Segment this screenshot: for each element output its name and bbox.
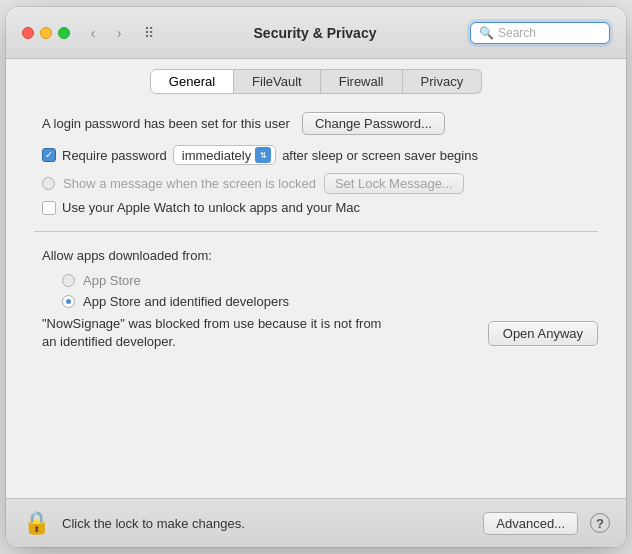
- titlebar: ‹ › ⠿ Security & Privacy 🔍: [6, 7, 626, 59]
- blocked-app-row: "NowSignage" was blocked from use becaus…: [34, 315, 598, 351]
- close-button[interactable]: [22, 27, 34, 39]
- require-password-label: Require password: [62, 148, 167, 163]
- show-message-row: Show a message when the screen is locked…: [34, 173, 598, 194]
- show-message-radio[interactable]: [42, 177, 55, 190]
- lock-button[interactable]: 🔒: [22, 509, 50, 537]
- open-anyway-button[interactable]: Open Anyway: [488, 321, 598, 346]
- allow-section-title: Allow apps downloaded from:: [34, 248, 598, 263]
- tab-filevault[interactable]: FileVault: [234, 69, 321, 94]
- app-store-identified-radio[interactable]: [62, 295, 75, 308]
- security-privacy-window: ‹ › ⠿ Security & Privacy 🔍 General FileV…: [6, 7, 626, 547]
- grid-button[interactable]: ⠿: [138, 22, 160, 44]
- advanced-button[interactable]: Advanced...: [483, 512, 578, 535]
- search-input[interactable]: [498, 26, 601, 40]
- lock-icon: 🔒: [23, 510, 50, 536]
- back-button[interactable]: ‹: [82, 22, 104, 44]
- apple-watch-label: Use your Apple Watch to unlock apps and …: [62, 200, 360, 215]
- checkmark-icon: ✓: [45, 150, 53, 160]
- password-label: A login password has been set for this u…: [42, 116, 290, 131]
- nav-buttons: ‹ ›: [82, 22, 130, 44]
- help-button[interactable]: ?: [590, 513, 610, 533]
- footer: 🔒 Click the lock to make changes. Advanc…: [6, 498, 626, 547]
- require-password-checkbox[interactable]: ✓: [42, 148, 56, 162]
- password-timing-dropdown[interactable]: immediately ⇅: [173, 145, 276, 165]
- app-store-label: App Store: [83, 273, 141, 288]
- window-title: Security & Privacy: [168, 25, 462, 41]
- require-password-row: ✓ Require password immediately ⇅ after s…: [34, 145, 598, 165]
- show-message-label: Show a message when the screen is locked: [63, 176, 316, 191]
- password-row: A login password has been set for this u…: [34, 112, 598, 135]
- blocked-app-text: "NowSignage" was blocked from use becaus…: [42, 315, 382, 351]
- allow-apps-section: Allow apps downloaded from: App Store Ap…: [34, 248, 598, 351]
- app-store-radio-row: App Store: [34, 273, 598, 288]
- app-store-radio[interactable]: [62, 274, 75, 287]
- section-divider: [34, 231, 598, 232]
- minimize-button[interactable]: [40, 27, 52, 39]
- after-sleep-label: after sleep or screen saver begins: [282, 148, 478, 163]
- radio-selected-dot: [66, 299, 71, 304]
- tab-firewall[interactable]: Firewall: [321, 69, 403, 94]
- search-icon: 🔍: [479, 26, 494, 40]
- set-lock-message-button[interactable]: Set Lock Message...: [324, 173, 464, 194]
- change-password-button[interactable]: Change Password...: [302, 112, 445, 135]
- password-section: A login password has been set for this u…: [34, 112, 598, 215]
- traffic-lights: [22, 27, 70, 39]
- apple-watch-row: Use your Apple Watch to unlock apps and …: [34, 200, 598, 215]
- dropdown-arrow-icon: ⇅: [255, 147, 271, 163]
- arrow-up-down-icon: ⇅: [260, 151, 267, 160]
- app-store-identified-radio-row: App Store and identified developers: [34, 294, 598, 309]
- tabs-bar: General FileVault Firewall Privacy: [6, 59, 626, 94]
- lock-footer-text: Click the lock to make changes.: [62, 516, 471, 531]
- tab-general[interactable]: General: [150, 69, 234, 94]
- apple-watch-checkbox[interactable]: [42, 201, 56, 215]
- tab-privacy[interactable]: Privacy: [403, 69, 483, 94]
- maximize-button[interactable]: [58, 27, 70, 39]
- dropdown-value: immediately: [182, 148, 251, 163]
- search-box[interactable]: 🔍: [470, 22, 610, 44]
- content-area: A login password has been set for this u…: [6, 94, 626, 498]
- app-store-identified-label: App Store and identified developers: [83, 294, 289, 309]
- forward-button[interactable]: ›: [108, 22, 130, 44]
